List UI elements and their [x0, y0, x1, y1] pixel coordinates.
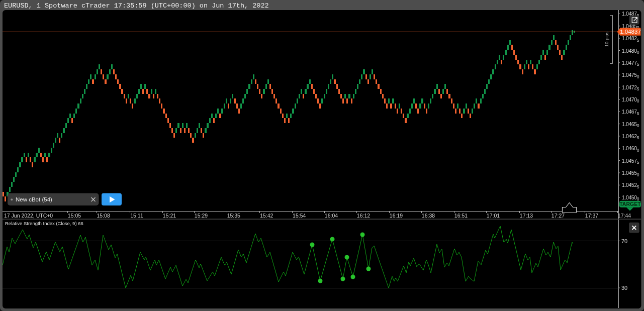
svg-text:17:44: 17:44: [618, 213, 631, 219]
svg-text:15:21: 15:21: [163, 213, 176, 219]
svg-text:10 pips: 10 pips: [604, 31, 609, 47]
svg-text:15:54: 15:54: [293, 213, 306, 219]
svg-text:EURUSD, 1 Spotware cTrader 17:: EURUSD, 1 Spotware cTrader 17:35:59 (UTC…: [4, 2, 269, 10]
svg-text:17:27: 17:27: [551, 213, 565, 219]
svg-text:1.04837: 1.04837: [620, 29, 641, 35]
svg-text:16:51: 16:51: [454, 213, 468, 219]
svg-text:17:37: 17:37: [585, 213, 598, 219]
svg-text:15:35: 15:35: [227, 213, 240, 219]
svg-text:17:01: 17:01: [487, 213, 500, 219]
svg-text:16:19: 16:19: [390, 213, 403, 219]
svg-text:17 Jun 2022, UTC+0: 17 Jun 2022, UTC+0: [4, 213, 53, 219]
svg-text:15:29: 15:29: [195, 213, 208, 219]
svg-text:Relative Strength Index (Close: Relative Strength Index (Close, 9) 66: [5, 221, 83, 226]
svg-text:17:13: 17:13: [520, 213, 533, 219]
svg-text:30: 30: [621, 285, 627, 291]
svg-text:15:08: 15:08: [97, 213, 110, 219]
svg-text:16:04: 16:04: [325, 213, 338, 219]
svg-text:15:05: 15:05: [68, 213, 81, 219]
svg-text:15:11: 15:11: [130, 213, 143, 219]
svg-text:16:12: 16:12: [357, 213, 370, 219]
svg-text:15:42: 15:42: [260, 213, 273, 219]
svg-text:TARGET: TARGET: [619, 201, 641, 207]
svg-text:New cBot (54): New cBot (54): [16, 196, 52, 202]
svg-text:16:38: 16:38: [422, 213, 435, 219]
svg-text:70: 70: [621, 238, 627, 244]
